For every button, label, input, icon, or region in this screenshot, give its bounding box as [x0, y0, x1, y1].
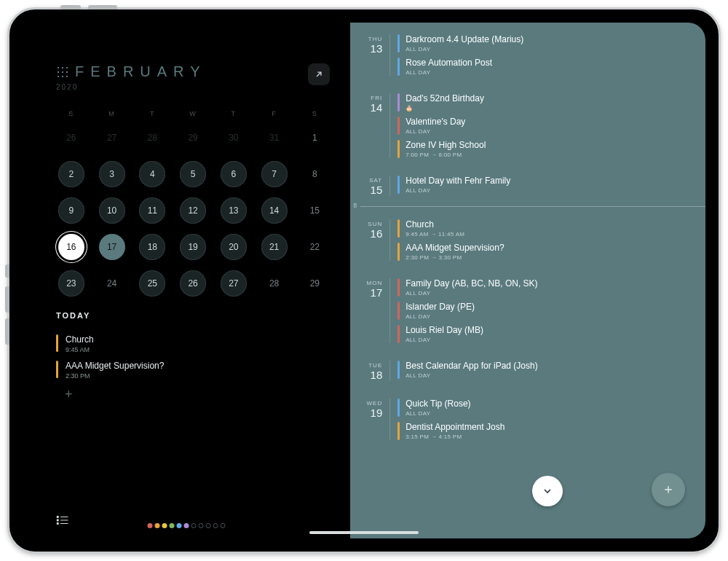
agenda-event[interactable]: Quick Tip (Rose)ALL DAY: [397, 399, 698, 417]
calendar-day[interactable]: 22: [301, 234, 328, 260]
calendar-day[interactable]: 23: [58, 270, 84, 297]
calendar-day[interactable]: 3: [99, 161, 125, 187]
agenda-day-header[interactable]: TUE18: [350, 361, 389, 381]
calendar-day[interactable]: 24: [99, 270, 125, 297]
calendar-day[interactable]: 26: [58, 125, 84, 151]
agenda-weekday: TUE: [350, 362, 382, 369]
agenda-event[interactable]: Louis Riel Day (MB)ALL DAY: [397, 325, 698, 343]
agenda-daynum: 13: [350, 42, 382, 55]
arrow-up-right-icon: [314, 69, 324, 79]
calendar-day[interactable]: 7: [261, 161, 288, 187]
event-title: Best Calendar App for iPad (Josh): [405, 361, 537, 371]
calendar-day[interactable]: 20: [221, 234, 247, 260]
agenda-day-header[interactable]: WED19: [350, 399, 389, 419]
today-event[interactable]: Church9:45 AM: [56, 334, 330, 353]
calendar-filter-dot[interactable]: [170, 523, 175, 528]
agenda-event[interactable]: Rose Automation PostALL DAY: [397, 58, 698, 76]
calendar-day[interactable]: 25: [139, 270, 165, 297]
calendar-day[interactable]: 6: [221, 161, 247, 187]
calendar-day[interactable]: 29: [180, 125, 206, 151]
event-title: Valentine's Day: [405, 117, 465, 127]
agenda-event-list: Church9:45 AM → 11:45 AMAAA Midget Super…: [397, 219, 698, 261]
calendar-day[interactable]: 18: [139, 234, 165, 260]
calendar-color-dots[interactable]: [148, 523, 226, 528]
calendar-day[interactable]: 1: [301, 125, 328, 151]
calendar-filter-dot[interactable]: [184, 523, 189, 528]
agenda-day: FRI14Dad's 52nd Birthday🎂Valentine's Day…: [350, 87, 705, 164]
calendar-day[interactable]: 11: [139, 197, 165, 224]
event-text: AAA Midget Supervision?2:30 PM: [66, 361, 164, 380]
calendar-day[interactable]: 21: [261, 234, 288, 260]
calendar-filter-dot[interactable]: [199, 523, 204, 528]
today-event[interactable]: AAA Midget Supervision?2:30 PM: [56, 361, 330, 380]
agenda-day-header[interactable]: SAT15: [350, 176, 389, 196]
event-subtitle: 🎂: [405, 105, 484, 111]
agenda-event[interactable]: Islander Day (PE)ALL DAY: [397, 302, 698, 320]
agenda-weekday: SAT: [350, 177, 382, 184]
calendar-day[interactable]: 14: [261, 197, 288, 224]
calendar-day[interactable]: 15: [301, 197, 328, 224]
calendar-filter-dot[interactable]: [191, 523, 197, 528]
event-subtitle: ALL DAY: [405, 69, 492, 76]
calendar-day[interactable]: 17: [99, 234, 125, 260]
agenda-event[interactable]: Zone IV High School7:00 PM → 8:00 PM: [397, 140, 698, 158]
event-color-bar: [397, 422, 400, 440]
agenda-event[interactable]: Church9:45 AM → 11:45 AM: [397, 219, 698, 238]
calendar-day[interactable]: 26: [180, 270, 206, 297]
event-body: AAA Midget Supervision?2:30 PM → 3:30 PM: [405, 243, 504, 261]
calendar-day[interactable]: 19: [180, 234, 206, 260]
calendar-day[interactable]: 16: [58, 234, 84, 260]
agenda-event[interactable]: AAA Midget Supervision?2:30 PM → 3:30 PM: [397, 243, 698, 261]
calendar-day[interactable]: 10: [99, 197, 125, 224]
calendar-day[interactable]: 12: [180, 197, 206, 224]
calendar-day[interactable]: 28: [139, 125, 165, 151]
calendar-day[interactable]: 31: [261, 125, 288, 151]
calendar-day[interactable]: 5: [180, 161, 206, 187]
month-heading: FEBRUARY 2020: [56, 63, 207, 91]
calendar-day[interactable]: 30: [221, 125, 247, 151]
agenda-event[interactable]: Dad's 52nd Birthday🎂: [397, 93, 698, 111]
list-view-button[interactable]: [56, 515, 69, 528]
calendar-day[interactable]: 27: [221, 270, 247, 297]
agenda-panel[interactable]: THU13Darkroom 4.4 Update (Marius)ALL DAY…: [350, 23, 705, 538]
agenda-day-header[interactable]: THU13: [350, 34, 389, 55]
scroll-down-button[interactable]: [532, 476, 563, 506]
calendar-filter-dot[interactable]: [213, 523, 218, 528]
svg-point-2: [57, 519, 58, 521]
calendar-day[interactable]: 8: [301, 161, 328, 187]
calendar-day[interactable]: 28: [261, 270, 288, 297]
calendar-filter-dot[interactable]: [155, 523, 160, 528]
event-title: Darkroom 4.4 Update (Marius): [405, 34, 523, 44]
calendar-filter-dot[interactable]: [148, 523, 153, 528]
agenda-event[interactable]: Dentist Appointment Josh3:15 PM → 4:15 P…: [397, 422, 698, 440]
add-today-event-button[interactable]: +: [65, 387, 330, 402]
calendar-day[interactable]: 13: [221, 197, 247, 224]
event-body: Family Day (AB, BC, NB, ON, SK)ALL DAY: [405, 278, 537, 297]
add-event-button[interactable]: [652, 473, 685, 506]
calendar-grid: 2627282930311234567891011121314151617181…: [56, 125, 330, 297]
ipad-frame: FEBRUARY 2020 SMTWTFS 262728293031123456…: [7, 7, 721, 554]
event-color-bar: [397, 325, 400, 343]
calendar-filter-dot[interactable]: [162, 523, 167, 528]
event-title: Dentist Appointment Josh: [405, 422, 505, 432]
agenda-event[interactable]: Valentine's DayALL DAY: [397, 117, 698, 135]
expand-button[interactable]: [308, 63, 330, 85]
agenda-day-header[interactable]: MON17: [350, 278, 389, 299]
calendar-day[interactable]: 29: [301, 270, 328, 297]
agenda-event[interactable]: Best Calendar App for iPad (Josh)ALL DAY: [397, 361, 698, 379]
calendar-filter-dot[interactable]: [206, 523, 211, 528]
calendar-day[interactable]: 4: [139, 161, 165, 187]
calendar-filter-dot[interactable]: [221, 523, 226, 528]
calendar-day[interactable]: 9: [58, 197, 84, 224]
agenda-event[interactable]: Family Day (AB, BC, NB, ON, SK)ALL DAY: [397, 278, 698, 297]
event-body: Hotel Day with Fehr FamilyALL DAY: [405, 176, 510, 194]
calendar-day[interactable]: 27: [99, 125, 125, 151]
agenda-event[interactable]: Hotel Day with Fehr FamilyALL DAY: [397, 176, 698, 194]
calendar-filter-dot[interactable]: [177, 523, 182, 528]
agenda-event[interactable]: Darkroom 4.4 Update (Marius)ALL DAY: [397, 34, 698, 52]
calendar-day[interactable]: 2: [58, 161, 84, 187]
screen: FEBRUARY 2020 SMTWTFS 262728293031123456…: [23, 23, 705, 538]
agenda-day-header[interactable]: SUN16: [350, 219, 389, 240]
agenda-day-header[interactable]: FRI14: [350, 93, 389, 114]
home-indicator[interactable]: [309, 531, 419, 534]
